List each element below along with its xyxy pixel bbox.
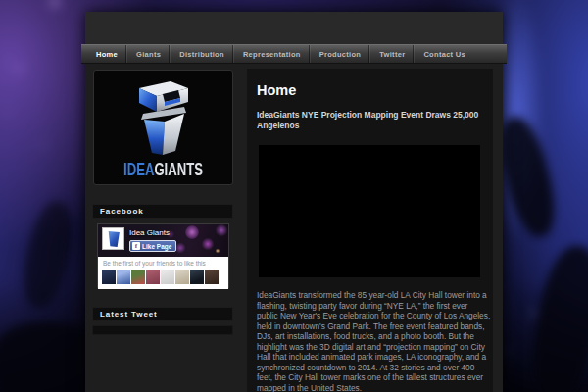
site-logo[interactable]: IDEAGIANTS [93, 70, 233, 185]
facebook-social-context: Be the first of your friends to like thi… [98, 257, 228, 289]
video-embed[interactable] [259, 145, 480, 277]
facebook-friend-avatars [102, 270, 219, 284]
content-panel: Home IdeaGiants NYE Projection Mapping E… [247, 69, 493, 392]
fb-friend-avatar[interactable] [117, 270, 130, 284]
nav-item-giants[interactable]: Giants [126, 45, 170, 63]
facebook-social-text: Be the first of your friends to like thi… [103, 260, 206, 267]
fb-friend-avatar[interactable] [205, 270, 219, 284]
logo-text-idea: IDEA [123, 160, 154, 179]
fb-friend-avatar[interactable] [146, 270, 160, 284]
latest-tweet-heading: Latest Tweet [92, 307, 233, 321]
facebook-page-plugin: Idea Giants f Like Page Be the first of … [97, 223, 229, 288]
fb-friend-avatar[interactable] [131, 270, 145, 284]
facebook-widget-heading: Facebook [92, 204, 233, 219]
nav-item-twitter[interactable]: Twitter [369, 45, 414, 63]
like-page-label: Like Page [142, 243, 172, 250]
site-header [85, 12, 503, 44]
fb-friend-avatar[interactable] [161, 270, 174, 284]
fb-friend-avatar[interactable] [175, 270, 189, 284]
facebook-profile-picture[interactable] [102, 227, 124, 250]
ideagiants-mini-logo [107, 231, 121, 247]
logo-wordmark: IDEAGIANTS [107, 160, 220, 180]
nav-item-distribution[interactable]: Distribution [170, 45, 233, 63]
page-container: Home Giants Distribution Representation … [85, 12, 503, 392]
page-title: Home [257, 82, 296, 98]
nav-item-production[interactable]: Production [310, 45, 370, 63]
facebook-page-name[interactable]: Idea Giants [129, 228, 170, 237]
facebook-f-icon: f [132, 242, 140, 250]
fb-friend-avatar[interactable] [102, 270, 116, 284]
like-page-button[interactable]: f Like Page [129, 240, 176, 252]
nav-item-home[interactable]: Home [81, 45, 126, 63]
ideagiants-tower-icon [122, 74, 208, 161]
nav-item-representation[interactable]: Representation [233, 45, 310, 63]
latest-tweet-empty-content [92, 325, 233, 335]
main-nav: Home Giants Distribution Representation … [81, 44, 507, 64]
fb-friend-avatar[interactable] [190, 270, 204, 284]
post-title[interactable]: IdeaGiants NYE Projection Mapping Event … [257, 110, 492, 131]
nav-item-contact-us[interactable]: Contact Us [414, 45, 474, 63]
post-body-text: IdeaGiants transformed the 85 year-old L… [257, 290, 491, 392]
logo-text-giants: GIANTS [154, 160, 203, 179]
